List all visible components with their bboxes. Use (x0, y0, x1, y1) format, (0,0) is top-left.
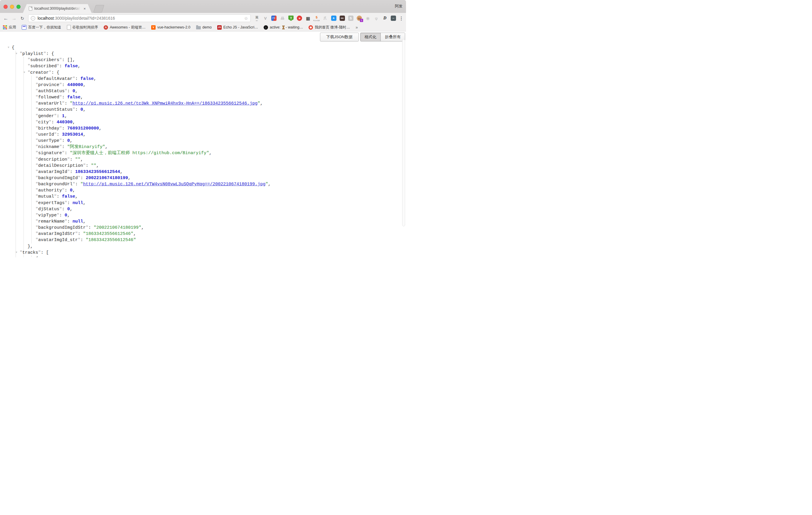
json-token: " (35, 188, 38, 193)
fetch-download-extension-icon[interactable]: » (330, 15, 337, 22)
proxy-mask-extension-icon[interactable]: oo (339, 15, 346, 22)
tampermonkey-extension-icon[interactable]: T (288, 15, 294, 22)
json-key: djStatus (38, 207, 59, 212)
json-line: "followed": false, (0, 94, 406, 101)
json-value: 0 (65, 213, 67, 218)
square-icon: V (151, 25, 155, 30)
bookmark-demo-folder[interactable]: demo (196, 25, 212, 29)
circle-icon: ◉ (309, 25, 313, 30)
json-token: , (72, 120, 75, 125)
reload-button[interactable]: ↻ (18, 16, 26, 21)
bookmark-awesomes[interactable]: AAwesomes - 前端资… (104, 25, 146, 30)
browser-tab[interactable]: localhost:3000/playlist/detail?i × (23, 4, 92, 13)
json-token: " (265, 182, 268, 187)
bookmark-vue-hackernews[interactable]: Vvue-hackernews-2.0 (151, 25, 191, 30)
monkey-extension-icon[interactable]: ω1 (356, 15, 362, 22)
json-token: " (59, 126, 62, 131)
window-controls (3, 5, 21, 9)
paw-extension-icon[interactable]: 爪 (322, 15, 328, 22)
json-token: " (35, 163, 38, 168)
site-info-icon[interactable]: i (31, 16, 35, 21)
json-token: " (86, 225, 88, 230)
html5-player-extension-icon[interactable]: 5PLAYER (313, 15, 320, 22)
json-token: " (35, 219, 38, 224)
collapse-arrow-icon[interactable]: ▼ (6, 45, 10, 51)
profile-name[interactable]: 阿发 (395, 3, 403, 9)
json-token: " (35, 231, 38, 236)
download-json-button[interactable]: 下载JSON数据 (320, 33, 359, 41)
page-scrollbar[interactable] (402, 39, 405, 226)
json-key: avatarUrl (38, 101, 62, 106)
vue-devtools-extension-icon[interactable]: V (262, 15, 269, 22)
json-token: " (257, 101, 260, 106)
qr-code-extension-icon[interactable]: ▦ (305, 15, 311, 22)
bookmarks-bar: 应用爫百度一下，你就知道谷歌按时间排序AAwesomes - 前端资…Vvue-… (0, 24, 406, 31)
json-token: " (59, 144, 62, 149)
minimize-window-button[interactable] (10, 5, 14, 9)
d-letter-extension-icon[interactable]: D (382, 15, 388, 22)
collapse-arrow-icon[interactable]: ▼ (22, 69, 26, 76)
json-token: " (35, 225, 38, 230)
json-token: , (65, 114, 67, 119)
json-token: , (260, 101, 263, 106)
bookmark-apps[interactable]: 应用 (3, 25, 16, 30)
json-token: " (35, 101, 38, 106)
json-token: , (128, 176, 130, 180)
bookmarks-overflow-icon[interactable]: » (355, 25, 358, 30)
json-value: false (62, 194, 75, 199)
json-line: "backgroundImgIdStr": "2002210674180199"… (0, 225, 406, 231)
collapse-all-button[interactable]: 折叠所有 (380, 33, 405, 41)
browser-menu-icon[interactable]: ⋮ (399, 16, 404, 21)
new-tab-button[interactable] (93, 5, 104, 12)
bookmark-star-icon[interactable]: ☆ (244, 16, 248, 21)
bookmark-weibo[interactable]: ◉我的首页 微博-随时… (309, 25, 350, 30)
bird-extension-icon[interactable]: ψ (373, 15, 380, 22)
json-line: "birthday": 768931200000, (0, 125, 406, 132)
json-token: " (44, 51, 46, 56)
json-token: : (57, 132, 62, 137)
json-value: 1 (62, 114, 65, 119)
page-content: 下载JSON数据 格式化 折叠所有 ▼{▼"playlist": {"subsc… (0, 31, 406, 257)
json-token: " (38, 250, 41, 255)
weibo-eye-extension-icon[interactable]: ◉ (365, 15, 371, 22)
back-button[interactable]: ← (2, 16, 10, 21)
video-speed-extension-icon[interactable]: » (296, 15, 303, 22)
json-token: " (94, 163, 96, 168)
zoom-window-button[interactable] (17, 5, 21, 9)
extension-badge: 1 (360, 19, 363, 22)
tab-close-icon[interactable]: × (83, 7, 86, 10)
url-text[interactable]: localhost:3000/playlist/detail?id=243816… (37, 16, 115, 21)
switchy-dots-extension-icon[interactable]: ••• (390, 15, 397, 22)
json-token: : (81, 176, 86, 180)
json-link[interactable]: http://p1.music.126.net/VTW4vsN08vwL3uSQ… (83, 182, 265, 187)
collapse-arrow-icon[interactable]: ▼ (14, 250, 19, 256)
json-token: , (120, 169, 123, 174)
json-token: , (72, 188, 75, 193)
json-token: " (35, 194, 38, 199)
format-button[interactable]: 格式化 (360, 33, 381, 41)
collapse-arrow-icon[interactable]: ▼ (14, 51, 19, 57)
json-line: "avatarImgId": 18633423556612544, (0, 169, 406, 175)
translate-extension-icon[interactable]: 英en (254, 15, 260, 22)
json-token: " (49, 70, 51, 75)
json-token: , (94, 76, 96, 81)
bookmark-label: 百度一下，你就知道 (28, 25, 61, 30)
close-window-button[interactable] (3, 5, 8, 9)
fe-helper-extension-icon[interactable]: FE (271, 15, 277, 22)
json-token: " (62, 151, 65, 155)
json-token: " (35, 182, 38, 187)
bookmark-active[interactable]: ↓active:- waiting… (264, 25, 303, 30)
json-token: " (35, 157, 38, 162)
json-token: " (57, 213, 59, 218)
json-token: " (35, 107, 38, 112)
bookmark-baidu[interactable]: 爫百度一下，你就知道 (22, 25, 61, 30)
s-letter-extension-icon[interactable]: S (348, 15, 354, 22)
json-token: " (86, 237, 88, 242)
bookmark-google-sort[interactable]: 谷歌按时间排序 (67, 25, 98, 30)
url-bar[interactable]: i localhost:3000/playlist/detail?id=2438… (28, 15, 251, 22)
bookmark-echojs[interactable]: JSEcho JS - JavaScri… (217, 25, 258, 30)
json-value: 18633423556612546 (88, 237, 133, 242)
json-link[interactable]: http://p1.music.126.net/tc3Wk_XNPmwiR4hx… (72, 101, 257, 106)
collapse-arrow-icon[interactable]: ▼ (30, 256, 34, 257)
sitemap-extension-icon[interactable]: 品 (279, 15, 286, 22)
